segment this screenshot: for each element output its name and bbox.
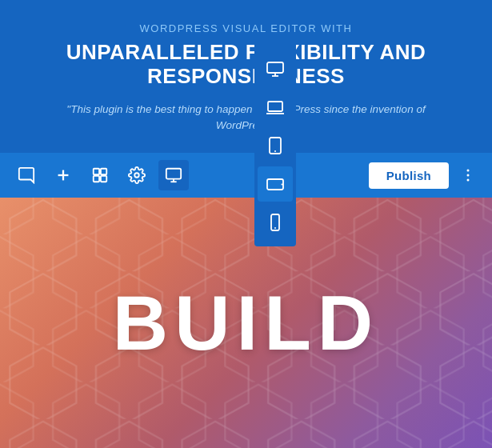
more-icon	[460, 167, 476, 183]
svg-point-10	[467, 170, 470, 172]
device-option-laptop[interactable]	[258, 90, 293, 125]
svg-point-11	[467, 174, 470, 177]
more-options-button[interactable]	[455, 162, 481, 188]
laptop-icon	[266, 98, 285, 117]
tablet-small-icon	[266, 174, 285, 194]
settings-button[interactable]	[122, 160, 152, 190]
settings-icon	[128, 166, 146, 184]
svg-point-23	[274, 227, 276, 229]
svg-rect-7	[166, 169, 181, 179]
tablet-icon	[266, 136, 285, 155]
device-option-tablet[interactable]	[258, 128, 293, 163]
toolbar: Publish	[0, 153, 492, 198]
mobile-icon	[266, 213, 285, 232]
device-option-desktop-large[interactable]	[258, 51, 293, 86]
publish-button[interactable]: Publish	[369, 162, 449, 189]
device-option-tablet-small[interactable]	[258, 166, 293, 202]
device-dropdown	[254, 45, 296, 246]
svg-point-21	[282, 184, 283, 186]
svg-rect-3	[101, 169, 106, 174]
header-title: UNPARALLELED FLEXIBILITY AND RESPONSIVEN…	[40, 41, 452, 89]
svg-rect-2	[94, 169, 99, 174]
toolbar-left	[11, 160, 366, 190]
svg-rect-5	[101, 176, 106, 182]
svg-rect-4	[94, 176, 99, 182]
svg-point-12	[467, 179, 470, 182]
svg-point-19	[274, 150, 276, 152]
svg-rect-13	[267, 62, 283, 73]
header-subtitle: WORDPRESS VISUAL EDITOR WITH	[40, 22, 452, 34]
toolbar-right: Publish	[369, 162, 481, 189]
comment-icon	[18, 166, 35, 184]
svg-rect-20	[267, 179, 283, 190]
header-section: WORDPRESS VISUAL EDITOR WITH UNPARALLELE…	[0, 0, 492, 153]
header-quote: "This plugin is the best thing to happen…	[40, 102, 452, 134]
svg-point-6	[134, 174, 139, 178]
svg-rect-16	[268, 102, 282, 111]
device-option-mobile[interactable]	[258, 205, 293, 240]
desktop-large-icon	[266, 59, 285, 78]
add-button[interactable]	[48, 160, 78, 190]
comment-button[interactable]	[11, 160, 42, 190]
layout-button[interactable]	[85, 160, 115, 190]
build-text: BUILD	[113, 279, 379, 367]
layout-icon	[91, 166, 109, 184]
main-container: WORDPRESS VISUAL EDITOR WITH UNPARALLELE…	[0, 0, 492, 448]
add-icon	[54, 166, 72, 184]
desktop-icon	[165, 166, 182, 184]
editor-preview: BUILD	[0, 198, 492, 448]
editor-area: BUILD	[0, 198, 492, 448]
desktop-view-button[interactable]	[158, 160, 189, 190]
